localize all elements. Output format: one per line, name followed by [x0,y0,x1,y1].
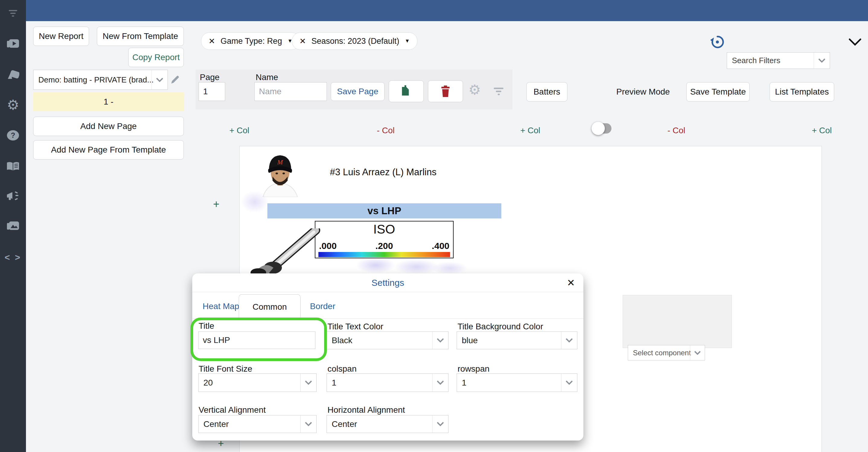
chevron-down-icon [432,332,448,349]
page-number-input[interactable] [198,82,225,101]
chevron-down-icon [300,416,316,433]
legend-title: ISO [315,222,453,236]
chevron-down-icon [690,345,705,360]
colspan-label: colspan [328,364,357,374]
title-input[interactable] [198,332,315,349]
add-col-button[interactable]: + Col [804,126,840,135]
colspan-value: 1 [332,378,337,388]
page-list-item-1[interactable]: 1 - [33,92,184,111]
rowspan-select[interactable]: 1 [457,373,577,392]
title-text-color-label: Title Text Color [328,322,383,332]
gear-glyph: ⚙ [468,82,481,97]
filter-chip-label: Game Type: Reg [221,36,282,46]
vertical-alignment-label: Vertical Alignment [198,405,266,415]
preview-mode-toggle[interactable] [593,123,612,134]
help-question-icon[interactable]: ? [0,126,26,145]
edit-report-pencil-icon[interactable] [170,74,181,86]
filter-chip-game-type[interactable]: ✕ Game Type: Reg ▼ [201,32,300,50]
modal-title: Settings [192,278,583,288]
tab-border[interactable]: Border [300,294,345,318]
page-filter-icon[interactable] [493,87,505,97]
add-new-page-button[interactable]: Add New Page [33,117,184,136]
tab-common[interactable]: Common [239,294,301,319]
batters-button[interactable]: Batters [526,82,567,102]
code-icon[interactable]: < > [0,248,26,267]
filter-chip-label: Seasons: 2023 (Default) [311,36,399,46]
chevron-down-icon [561,374,577,392]
modal-header: Settings ✕ [192,274,583,292]
chevron-down-icon [152,70,167,89]
player-name: #3 Luis Arraez (L) Marlins [330,167,436,178]
top-navigation-bar [26,0,868,21]
delete-page-button[interactable] [428,80,463,102]
announcements-megaphone-icon[interactable] [0,187,26,206]
select-component-dropdown[interactable]: Select component [628,345,705,361]
horizontal-alignment-label: Horizontal Alignment [328,405,405,415]
list-templates-button[interactable]: List Templates [770,82,834,102]
add-col-button[interactable]: + Col [221,126,257,135]
svg-text:?: ? [11,131,16,139]
settings-gear-icon[interactable]: ⚙ [0,95,26,114]
page-label: Page [200,73,219,82]
remove-col-button[interactable]: - Col [658,126,694,135]
close-icon[interactable]: ✕ [567,277,575,288]
remove-col-button[interactable]: - Col [368,126,404,135]
heatmap-title-banner[interactable]: vs LHP [268,203,501,219]
toggle-knob [592,122,605,135]
collapse-filters-chevron-icon[interactable] [849,38,861,48]
colspan-select[interactable]: 1 [327,373,448,392]
report-select[interactable]: Demo: batting - PRIVATE (brad... [33,70,168,90]
trash-icon [441,85,450,97]
media-images-icon[interactable] [0,216,26,236]
rowspan-value: 1 [462,378,467,388]
title-bg-color-select[interactable]: blue [457,332,577,349]
docs-book-icon[interactable] [0,157,26,176]
menu-filter-icon[interactable] [0,4,26,23]
remove-filter-icon[interactable]: ✕ [209,36,215,46]
rowspan-label: rowspan [458,364,490,374]
code-glyph: < > [4,252,21,262]
title-font-size-select[interactable]: 20 [198,373,317,392]
search-filters-value: Search Filters [732,56,780,65]
title-text-color-select[interactable]: Black [327,332,448,349]
page-name-input[interactable] [254,82,327,101]
copy-report-button[interactable]: Copy Report [128,48,184,67]
preview-mode-label: Preview Mode [616,87,670,97]
chevron-down-icon [561,332,577,349]
add-row-button[interactable]: + [213,198,219,210]
save-template-button[interactable]: Save Template [686,82,750,102]
settings-modal: Settings ✕ Heat Map Common Border Title … [192,274,583,441]
new-report-button[interactable]: New Report [33,27,89,46]
svg-text:M: M [277,158,283,166]
history-restore-icon[interactable] [710,34,725,51]
legend-tick: .400 [432,241,450,251]
add-col-button[interactable]: + Col [512,126,548,135]
add-new-page-from-template-button[interactable]: Add New Page From Template [33,140,184,160]
title-bg-color-value: blue [462,336,478,345]
chevron-down-icon [432,416,448,433]
tab-heat-map[interactable]: Heat Map [198,294,244,318]
title-font-size-label: Title Font Size [198,364,252,374]
name-label: Name [256,73,278,82]
new-from-template-button[interactable]: New From Template [97,27,184,46]
heatmap-legend: ISO .000 .200 .400 [315,221,454,258]
duplicate-page-button[interactable] [389,80,424,102]
batter-illustration [240,228,322,274]
filter-chip-seasons[interactable]: ✕ Seasons: 2023 (Default) ▼ [292,32,417,50]
chevron-down-icon [300,374,316,392]
empty-component-cell [623,295,732,348]
title-text-color-value: Black [332,336,352,345]
vertical-alignment-value: Center [204,419,229,429]
chevron-down-icon [814,53,830,68]
page-settings-gear-icon[interactable]: ⚙ [468,82,481,98]
video-library-icon[interactable] [0,34,26,54]
cards-deck-icon[interactable] [0,65,26,85]
vertical-alignment-select[interactable]: Center [198,415,317,433]
title-bg-color-label: Title Background Color [458,322,543,332]
remove-filter-icon[interactable]: ✕ [300,36,306,46]
horizontal-alignment-select[interactable]: Center [327,415,448,433]
save-page-button[interactable]: Save Page [331,82,384,101]
copy-icon [401,85,411,97]
gear-glyph: ⚙ [7,97,19,113]
search-filters-select[interactable]: Search Filters [727,52,830,69]
